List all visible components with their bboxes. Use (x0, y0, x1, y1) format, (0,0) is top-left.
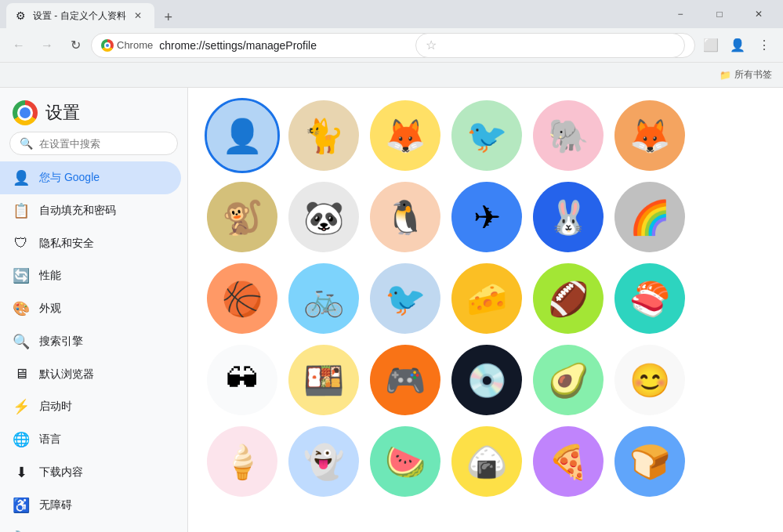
toolbar-right-buttons: ⬜ 👤 ⋮ (698, 33, 777, 58)
sidebar-icon-you-google: 👤 (13, 169, 30, 186)
avatar-bunny[interactable]: 🐰 (533, 182, 604, 252)
sidebar-label-downloads: 下载内容 (39, 465, 83, 480)
sidebar-item-language[interactable]: 🌐 语言 (0, 423, 181, 456)
sidebar-item-system[interactable]: 🔧 系统 (0, 522, 181, 532)
titlebar: ⚙ 设置 - 自定义个人资料 ✕ + − □ ✕ (0, 0, 783, 28)
sidebar-item-autofill[interactable]: 📋 自动填充和密码 (0, 194, 181, 227)
new-tab-button[interactable]: + (158, 6, 179, 28)
avatar-pizza[interactable]: 🍕 (533, 426, 604, 497)
avatar-smile[interactable]: 😊 (614, 345, 685, 415)
sidebar: 设置 🔍 👤 您与 Google 📋 自动填充和密码 🛡 隐私和安全 🔄 性能 … (0, 88, 188, 532)
avatar-sushi[interactable]: 🍣 (614, 263, 685, 334)
sidebar-label-search-engine: 搜索引擎 (39, 335, 83, 349)
maximize-button[interactable]: □ (701, 2, 738, 27)
search-icon: 🔍 (20, 137, 33, 150)
active-tab[interactable]: ⚙ 设置 - 自定义个人资料 ✕ (6, 3, 154, 28)
avatar-icecream[interactable]: 🍦 (207, 426, 277, 497)
avatar-penguins[interactable]: 🐧 (370, 182, 440, 252)
avatar-person[interactable]: 👤 (207, 100, 277, 171)
avatar-vinyl[interactable]: 💿 (451, 345, 522, 415)
settings-search-box[interactable]: 🔍 (9, 132, 178, 155)
sidebar-icon-accessibility: ♿ (13, 497, 30, 514)
sidebar-item-privacy[interactable]: 🛡 隐私和安全 (0, 227, 181, 259)
avatar-ghost[interactable]: 👻 (288, 426, 359, 497)
sidebar-item-performance[interactable]: 🔄 性能 (0, 259, 181, 292)
avatar-glasses[interactable]: 🕶 (207, 345, 277, 415)
avatar-fox-sitting[interactable]: 🦊 (614, 100, 685, 171)
address-bar[interactable]: Chrome chrome://settings/manageProfile ☆ (91, 33, 695, 58)
minimize-button[interactable]: − (662, 2, 698, 27)
refresh-button[interactable]: ↻ (63, 33, 88, 58)
cast-button[interactable]: ⬜ (698, 33, 723, 58)
sidebar-item-accessibility[interactable]: ♿ 无障碍 (0, 489, 181, 522)
folder-icon: 📁 (720, 70, 731, 81)
sidebar-icon-language: 🌐 (13, 431, 30, 448)
avatar-cat[interactable]: 🐈 (288, 100, 359, 171)
bookmark-star-icon[interactable]: ☆ (415, 33, 685, 58)
sidebar-label-startup: 启动时 (39, 400, 72, 414)
sidebar-label-autofill: 自动填充和密码 (39, 204, 116, 218)
menu-button[interactable]: ⋮ (752, 33, 777, 58)
avatar-origami-bird[interactable]: 🐦 (451, 100, 522, 171)
avatar-riceball[interactable]: 🍙 (451, 426, 522, 497)
tab-favicon: ⚙ (16, 9, 28, 22)
avatar-avocado[interactable]: 🥑 (533, 345, 604, 415)
avatar-watermelon[interactable]: 🍉 (370, 426, 440, 497)
back-button[interactable]: ← (6, 33, 31, 58)
avatar-bicycle[interactable]: 🚲 (288, 263, 359, 334)
sidebar-nav: 👤 您与 Google 📋 自动填充和密码 🛡 隐私和安全 🔄 性能 🎨 外观 … (0, 161, 187, 532)
sidebar-icon-autofill: 📋 (13, 202, 30, 219)
settings-search-input[interactable] (39, 138, 171, 150)
sidebar-label-appearance: 外观 (39, 302, 61, 316)
chrome-brand-icon: Chrome (101, 39, 153, 52)
avatar-gameboy[interactable]: 🎮 (370, 345, 440, 415)
sidebar-item-downloads[interactable]: ⬇ 下载内容 (0, 456, 181, 489)
avatar-toast[interactable]: 🍞 (614, 426, 685, 497)
bookmarks-folder[interactable]: 📁 所有书签 (715, 67, 777, 83)
close-button[interactable]: ✕ (741, 2, 777, 27)
sidebar-item-you-google[interactable]: 👤 您与 Google (0, 161, 181, 194)
sidebar-item-search-engine[interactable]: 🔍 搜索引擎 (0, 325, 181, 358)
chrome-label: Chrome (117, 39, 153, 51)
sidebar-icon-downloads: ⬇ (13, 464, 30, 481)
profile-button[interactable]: 👤 (725, 33, 750, 58)
tab-bar: ⚙ 设置 - 自定义个人资料 ✕ + (6, 0, 662, 28)
forward-button[interactable]: → (34, 33, 60, 58)
avatar-basketball[interactable]: 🏀 (207, 263, 277, 334)
avatar-cheese[interactable]: 🧀 (451, 263, 522, 334)
sidebar-label-accessibility: 无障碍 (39, 498, 72, 512)
sidebar-icon-startup: ⚡ (13, 398, 30, 415)
avatar-monkey[interactable]: 🐒 (207, 182, 277, 252)
content-area: 👤🐈🦊🐦🐘🦊🐒🐼🐧✈🐰🌈🏀🚲🐦🧀🏈🍣🕶🍱🎮💿🥑😊🍦👻🍉🍙🍕🍞 (188, 88, 783, 532)
sidebar-item-appearance[interactable]: 🎨 外观 (0, 292, 181, 325)
avatar-football[interactable]: 🏈 (533, 263, 604, 334)
tab-title: 设置 - 自定义个人资料 (33, 9, 126, 23)
chrome-logo (13, 100, 38, 125)
sidebar-icon-privacy: 🛡 (13, 235, 30, 252)
avatar-elephant[interactable]: 🐘 (533, 100, 604, 171)
sidebar-settings-title: 设置 (45, 101, 80, 125)
sidebar-icon-default-browser: 🖥 (13, 366, 30, 382)
sidebar-item-startup[interactable]: ⚡ 启动时 (0, 390, 181, 423)
url-text: chrome://settings/manageProfile (159, 39, 408, 52)
tab-close-button[interactable]: ✕ (131, 9, 145, 23)
sidebar-header: 设置 (0, 88, 187, 132)
avatar-origami-fox[interactable]: 🦊 (370, 100, 440, 171)
sidebar-label-privacy: 隐私和安全 (39, 237, 94, 251)
main-layout: 设置 🔍 👤 您与 Google 📋 自动填充和密码 🛡 隐私和安全 🔄 性能 … (0, 88, 783, 532)
bookmarks-bar: 📁 所有书签 (0, 63, 783, 88)
sidebar-label-language: 语言 (39, 432, 61, 447)
window-controls: − □ ✕ (662, 2, 777, 27)
avatar-sushi2[interactable]: 🍱 (288, 345, 359, 415)
browser-toolbar: ← → ↻ Chrome chrome://settings/managePro… (0, 28, 783, 63)
avatar-bird-red[interactable]: 🐦 (370, 263, 440, 334)
avatar-rainbow[interactable]: 🌈 (614, 182, 685, 252)
avatar-panda[interactable]: 🐼 (288, 182, 359, 252)
sidebar-icon-search-engine: 🔍 (13, 333, 30, 350)
sidebar-label-default-browser: 默认浏览器 (39, 367, 94, 382)
folder-label: 所有书签 (734, 68, 772, 81)
avatar-paper-plane[interactable]: ✈ (451, 182, 522, 252)
sidebar-item-default-browser[interactable]: 🖥 默认浏览器 (0, 358, 181, 390)
avatar-grid: 👤🐈🦊🐦🐘🦊🐒🐼🐧✈🐰🌈🏀🚲🐦🧀🏈🍣🕶🍱🎮💿🥑😊🍦👻🍉🍙🍕🍞 (188, 88, 783, 509)
sidebar-label-performance: 性能 (39, 269, 61, 283)
